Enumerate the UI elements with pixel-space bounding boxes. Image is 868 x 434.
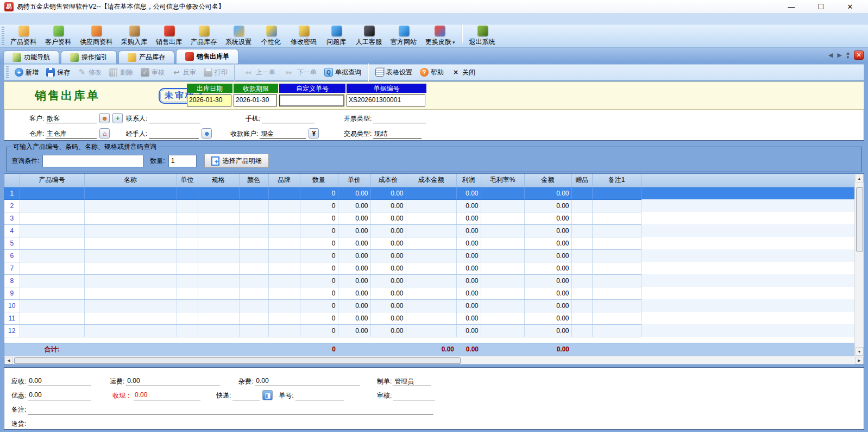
grid-cell[interactable] xyxy=(406,187,456,199)
query-condition-input[interactable] xyxy=(42,155,143,167)
grid-cell[interactable] xyxy=(406,274,456,287)
grid-cell[interactable] xyxy=(20,212,84,224)
grid-cell[interactable] xyxy=(406,299,456,312)
grid-cell[interactable] xyxy=(268,262,300,274)
quantity-input[interactable] xyxy=(168,155,197,167)
grid-cell[interactable] xyxy=(481,287,524,299)
document-tab[interactable]: 销售出库单 xyxy=(176,49,238,64)
grid-cell[interactable] xyxy=(198,262,239,274)
grid-cell[interactable]: 0.00 xyxy=(524,312,571,324)
row-number-cell[interactable]: 6 xyxy=(4,249,20,262)
grid-cell[interactable] xyxy=(239,299,268,312)
toolbar-button[interactable]: 个性化 xyxy=(256,24,287,48)
grid-cell[interactable] xyxy=(177,249,198,262)
toolbar-button[interactable]: 采购入库 xyxy=(117,24,152,48)
grid-cell[interactable]: 0.00 xyxy=(524,324,571,337)
grid-cell[interactable] xyxy=(198,237,239,249)
column-header[interactable]: 金额 xyxy=(524,174,571,187)
table-row[interactable]: 100.000.000.000.00 xyxy=(4,187,854,199)
table-row[interactable]: 500.000.000.000.00 xyxy=(4,237,854,249)
grid-cell[interactable] xyxy=(571,312,592,324)
grid-cell[interactable] xyxy=(268,274,300,287)
grid-cell[interactable]: 0.00 xyxy=(456,224,481,237)
grid-cell[interactable] xyxy=(571,262,592,274)
customer-field[interactable]: 散客 xyxy=(46,114,97,123)
grid-cell[interactable] xyxy=(198,312,239,324)
grid-cell[interactable] xyxy=(177,274,198,287)
grid-cell[interactable] xyxy=(406,262,456,274)
action-button[interactable]: 表格设置 xyxy=(372,66,416,79)
grid-cell[interactable]: 0.00 xyxy=(456,274,481,287)
grid-cell[interactable] xyxy=(268,287,300,299)
grid-cell[interactable] xyxy=(481,262,524,274)
express-field[interactable] xyxy=(232,391,260,400)
grid-cell[interactable]: 0 xyxy=(300,199,338,212)
head-field-value[interactable]: 2026-01-30 xyxy=(187,95,231,106)
toolbar-button[interactable]: 官方网站 xyxy=(387,24,422,48)
select-express-icon[interactable]: ◨ xyxy=(262,390,273,400)
grid-cell[interactable]: 0.00 xyxy=(338,187,370,199)
grid-cell[interactable]: 0.00 xyxy=(370,237,406,249)
grid-cell[interactable] xyxy=(84,262,177,274)
toolbar-button[interactable]: 客户资料 xyxy=(41,24,76,48)
grid-cell[interactable]: 0.00 xyxy=(338,212,370,224)
grid-cell[interactable] xyxy=(268,212,300,224)
grid-cell[interactable] xyxy=(84,224,177,237)
grid-cell[interactable]: 0 xyxy=(300,249,338,262)
grid-cell[interactable] xyxy=(239,187,268,199)
grid-cell[interactable] xyxy=(481,224,524,237)
grid-cell[interactable]: 0.00 xyxy=(456,312,481,324)
grid-cell[interactable] xyxy=(198,299,239,312)
table-row[interactable]: 600.000.000.000.00 xyxy=(4,249,854,262)
grid-cell[interactable] xyxy=(20,287,84,299)
scroll-tabs-left-icon[interactable]: ◀ xyxy=(828,52,833,59)
grid-cell[interactable] xyxy=(481,274,524,287)
grid-cell[interactable] xyxy=(198,249,239,262)
action-button[interactable]: × 关闭 xyxy=(448,66,479,79)
grid-cell[interactable]: 0 xyxy=(300,212,338,224)
misc-fee-field[interactable]: 0.00 xyxy=(255,377,360,386)
grid-cell[interactable]: 0 xyxy=(300,324,338,337)
head-field-value[interactable] xyxy=(279,95,344,106)
grid-cell[interactable]: 0 xyxy=(300,287,338,299)
toolbar-button[interactable]: 系统设置 xyxy=(222,24,256,48)
grid-cell[interactable]: 0 xyxy=(300,262,338,274)
grid-cell[interactable] xyxy=(406,287,456,299)
grid-cell[interactable]: 0.00 xyxy=(370,274,406,287)
payment-account-field[interactable]: 现金 xyxy=(260,129,306,139)
grid-cell[interactable]: 0.00 xyxy=(370,299,406,312)
grid-cell[interactable] xyxy=(481,249,524,262)
grid-cell[interactable] xyxy=(571,199,592,212)
grid-cell[interactable]: 0.00 xyxy=(370,262,406,274)
grid-cell[interactable]: 0 xyxy=(300,224,338,237)
action-button[interactable]: 打印 xyxy=(200,66,231,79)
action-button[interactable]: ✎ 修改 xyxy=(74,66,105,79)
vertical-scrollbar[interactable]: ▲ ▼ xyxy=(854,174,864,356)
grid-cell[interactable] xyxy=(571,299,592,312)
grid-cell[interactable] xyxy=(177,299,198,312)
grid-cell[interactable] xyxy=(84,249,177,262)
grid-cell[interactable] xyxy=(198,212,239,224)
grid-cell[interactable] xyxy=(20,324,84,337)
grid-cell[interactable] xyxy=(592,262,641,274)
grid-cell[interactable]: 0.00 xyxy=(456,262,481,274)
grid-cell[interactable] xyxy=(481,237,524,249)
menu-item[interactable] xyxy=(35,17,46,20)
grid-cell[interactable]: 0.00 xyxy=(338,262,370,274)
row-number-cell[interactable]: 2 xyxy=(4,199,20,212)
column-header[interactable]: 单位 xyxy=(177,174,198,187)
grid-cell[interactable] xyxy=(84,324,177,337)
column-header[interactable]: 颜色 xyxy=(239,174,268,187)
grid-cell[interactable] xyxy=(406,212,456,224)
discount-field[interactable]: 0.00 xyxy=(28,391,91,400)
grid-cell[interactable] xyxy=(592,324,641,337)
grid-cell[interactable]: 0.00 xyxy=(456,237,481,249)
row-number-cell[interactable]: 4 xyxy=(4,224,20,237)
grid-cell[interactable] xyxy=(592,299,641,312)
grid-cell[interactable]: 0.00 xyxy=(370,212,406,224)
action-button[interactable]: 保存 xyxy=(42,66,74,79)
vertical-scroll-thumb[interactable] xyxy=(856,187,863,251)
grid-cell[interactable] xyxy=(406,249,456,262)
grid-cell[interactable]: 0 xyxy=(300,299,338,312)
grid-cell[interactable] xyxy=(592,287,641,299)
